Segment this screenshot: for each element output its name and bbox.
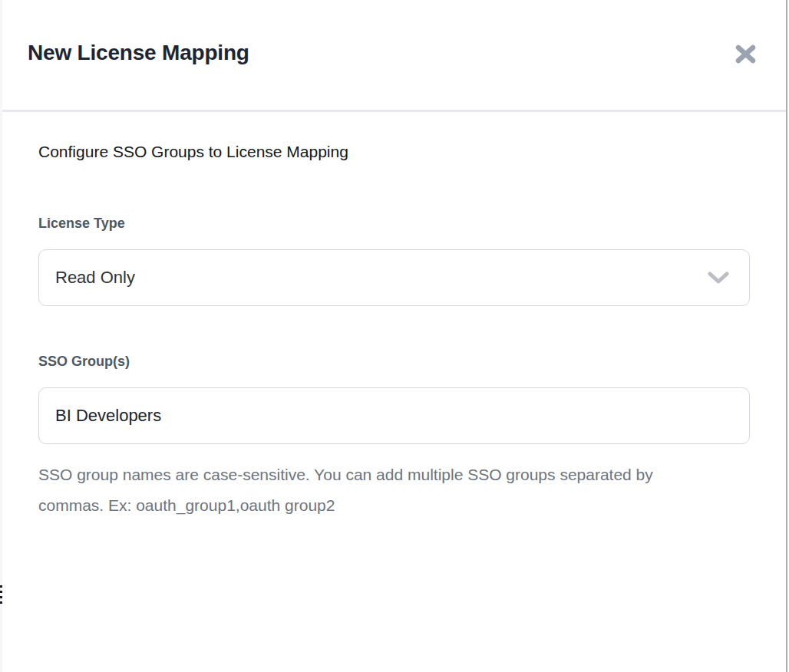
sso-groups-help-text: SSO group names are case-sensitive. You … <box>38 460 687 521</box>
close-icon <box>735 44 756 64</box>
modal-title: New License Mapping <box>28 41 249 65</box>
scrollbar-edge <box>786 0 787 672</box>
header-divider <box>2 110 786 112</box>
new-license-mapping-modal: New License Mapping Configure SSO Groups… <box>2 0 789 672</box>
license-type-label: License Type <box>38 216 125 232</box>
license-type-selected-value: Read Only <box>55 268 135 288</box>
modal-subtitle: Configure SSO Groups to License Mapping <box>38 143 348 161</box>
modal-header: New License Mapping <box>2 0 789 110</box>
sso-groups-label: SSO Group(s) <box>38 354 130 370</box>
license-type-select[interactable]: Read Only <box>38 249 750 306</box>
close-button[interactable] <box>732 41 758 66</box>
chevron-down-icon <box>708 272 729 284</box>
sso-groups-input[interactable] <box>38 387 750 444</box>
screen: New License Mapping Configure SSO Groups… <box>0 0 789 672</box>
